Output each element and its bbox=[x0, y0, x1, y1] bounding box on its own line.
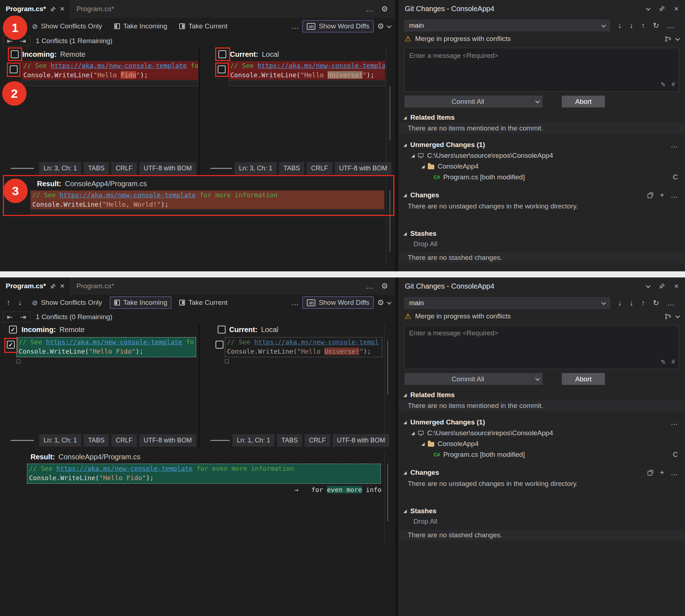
tree-row-file[interactable]: C# Program.cs [both modified] C bbox=[434, 172, 678, 183]
stage-all-icon[interactable]: + bbox=[660, 469, 664, 477]
expand-icon[interactable]: ◢ bbox=[411, 431, 415, 436]
scrollbar-thumb[interactable] bbox=[387, 341, 388, 395]
expand-icon[interactable]: ◢ bbox=[403, 420, 407, 425]
gear-icon[interactable]: ⚙ bbox=[381, 282, 388, 290]
take-current-button[interactable]: Take Current bbox=[175, 296, 232, 309]
previous-conflict-icon[interactable]: ↑ bbox=[4, 298, 13, 307]
chevron-down-icon[interactable] bbox=[387, 23, 392, 28]
commit-all-button[interactable]: Commit All bbox=[404, 373, 543, 385]
close-icon[interactable]: × bbox=[674, 4, 679, 13]
scrollbar-thumb[interactable] bbox=[387, 464, 388, 521]
changes-more-icon[interactable]: … bbox=[671, 469, 678, 477]
work-item-icon[interactable]: # bbox=[672, 358, 675, 366]
pen-icon[interactable]: ✎ bbox=[661, 358, 666, 366]
status-encoding[interactable]: UTF-8 with BOM bbox=[335, 162, 392, 175]
tab-program-cs-active[interactable]: Program.cs* × bbox=[0, 0, 71, 18]
expand-icon[interactable]: ◢ bbox=[403, 115, 407, 120]
tree-row-repo[interactable]: ◢ C:\Users\user\source\repos\ConsoleApp4 bbox=[411, 150, 678, 161]
status-line-endings[interactable]: CRLF bbox=[305, 434, 330, 447]
take-current-button[interactable]: Take Current bbox=[175, 20, 232, 32]
fetch-icon[interactable]: ↓ bbox=[618, 21, 622, 30]
status-line-endings[interactable]: CRLF bbox=[111, 162, 137, 175]
more-actions-icon[interactable]: … bbox=[366, 5, 373, 13]
status-encoding[interactable]: UTF-8 with BOM bbox=[333, 434, 389, 447]
code-link[interactable]: https://aka.ms/new-console-template bbox=[51, 62, 187, 69]
code-link[interactable]: https://aka.ms/new-console-templ bbox=[254, 338, 379, 346]
pin-icon[interactable] bbox=[50, 6, 56, 12]
pull-icon[interactable]: ↓ bbox=[630, 21, 634, 30]
unmerged-changes-section[interactable]: ◢ Unmerged Changes (1) … bbox=[403, 139, 678, 150]
expand-icon[interactable]: ◢ bbox=[421, 164, 425, 169]
tree-row-repo[interactable]: ◢ C:\Users\user\source\repos\ConsoleApp4 bbox=[411, 428, 678, 438]
expand-icon[interactable]: ◢ bbox=[403, 231, 407, 236]
zoom-slider[interactable] bbox=[10, 440, 34, 441]
show-word-diffs-button[interactable]: ab Show Word Diffs bbox=[302, 296, 374, 309]
push-icon[interactable]: ↑ bbox=[641, 299, 645, 307]
branch-selector[interactable]: main bbox=[404, 297, 610, 309]
commit-all-button[interactable]: Commit All bbox=[404, 96, 543, 107]
gear-icon[interactable]: ⚙ bbox=[381, 5, 388, 13]
show-conflicts-only-button[interactable]: ⊘ Show Conflicts Only bbox=[28, 296, 106, 309]
toolbar-more-icon[interactable]: … bbox=[291, 22, 299, 31]
chevron-down-icon[interactable] bbox=[675, 313, 680, 318]
chevron-down-icon[interactable] bbox=[646, 283, 651, 288]
expand-icon[interactable]: ◢ bbox=[411, 153, 415, 158]
pen-icon[interactable]: ✎ bbox=[661, 81, 666, 88]
abort-button[interactable]: Abort bbox=[562, 96, 605, 107]
related-items-section[interactable]: ◢ Related Items bbox=[403, 390, 678, 400]
abort-button[interactable]: Abort bbox=[562, 373, 605, 385]
first-conflict-icon[interactable]: ⇤ bbox=[3, 312, 17, 322]
toolbar-gear-icon[interactable]: ⚙ bbox=[377, 22, 384, 31]
status-tabs[interactable]: TABS bbox=[279, 162, 304, 175]
fetch-icon[interactable]: ↓ bbox=[618, 299, 622, 307]
scrollbar-thumb[interactable] bbox=[389, 86, 390, 140]
push-icon[interactable]: ↑ bbox=[641, 21, 645, 30]
zoom-slider[interactable] bbox=[210, 440, 230, 441]
expand-icon[interactable]: ◢ bbox=[403, 193, 407, 198]
expand-icon[interactable]: ◢ bbox=[421, 441, 425, 446]
status-line-endings[interactable]: CRLF bbox=[307, 162, 332, 175]
tab-program-cs-active[interactable]: Program.cs* × bbox=[0, 277, 71, 295]
next-conflict-icon[interactable]: ↓ bbox=[16, 298, 24, 307]
drop-all-item[interactable]: Drop All bbox=[413, 518, 438, 525]
zoom-slider[interactable] bbox=[210, 168, 232, 169]
tree-row-file[interactable]: C# Program.cs [both modified] C bbox=[434, 449, 678, 460]
status-tabs[interactable]: TABS bbox=[84, 162, 109, 175]
code-link[interactable]: https://aka.ms/new-console-template bbox=[56, 465, 193, 472]
status-line-endings[interactable]: CRLF bbox=[111, 434, 137, 447]
changes-section[interactable]: ◢ Changes + … bbox=[403, 467, 678, 478]
stashes-section[interactable]: ◢ Stashes bbox=[403, 228, 678, 239]
pin-icon[interactable] bbox=[50, 284, 56, 289]
status-tabs[interactable]: TABS bbox=[84, 434, 109, 447]
unmerged-changes-section[interactable]: ◢ Unmerged Changes (1) … bbox=[403, 417, 678, 428]
commit-options-icon[interactable] bbox=[532, 96, 543, 107]
expand-icon[interactable]: ◢ bbox=[403, 142, 407, 147]
unmerged-more-icon[interactable]: … bbox=[671, 418, 678, 427]
tab-program-cs-inactive[interactable]: Program.cs* bbox=[71, 0, 120, 18]
current-conflict-checkbox[interactable] bbox=[216, 341, 223, 349]
changes-section[interactable]: ◢ Changes + … bbox=[403, 190, 678, 201]
expand-icon[interactable]: ◢ bbox=[403, 509, 407, 514]
drop-all-item[interactable]: Drop All bbox=[413, 240, 438, 248]
code-link[interactable]: https://aka.ms/new-console-templa bbox=[258, 62, 385, 69]
tab-program-cs-inactive[interactable]: Program.cs* bbox=[71, 277, 120, 295]
unmerged-more-icon[interactable]: … bbox=[671, 141, 678, 149]
close-icon[interactable]: × bbox=[60, 282, 65, 290]
related-items-section[interactable]: ◢ Related Items bbox=[403, 112, 678, 123]
chevron-down-icon[interactable] bbox=[675, 36, 680, 41]
changes-more-icon[interactable]: … bbox=[671, 191, 678, 199]
toolbar-gear-icon[interactable]: ⚙ bbox=[377, 298, 384, 307]
expand-icon[interactable]: ◢ bbox=[403, 392, 407, 397]
diff-view-icon[interactable] bbox=[647, 192, 653, 198]
tree-row-project[interactable]: ◢ ConsoleApp4 bbox=[421, 161, 678, 172]
status-tabs[interactable]: TABS bbox=[277, 434, 302, 447]
stage-all-icon[interactable]: + bbox=[660, 191, 664, 199]
commit-options-icon[interactable] bbox=[532, 373, 543, 385]
chevron-down-icon[interactable] bbox=[387, 300, 392, 304]
show-word-diffs-button[interactable]: ab Show Word Diffs bbox=[302, 20, 374, 32]
git-more-icon[interactable]: … bbox=[667, 21, 675, 30]
compare-branch-icon[interactable] bbox=[665, 313, 672, 320]
compare-branch-icon[interactable] bbox=[665, 36, 672, 42]
tree-row-project[interactable]: ◢ ConsoleApp4 bbox=[421, 438, 678, 449]
toolbar-more-icon[interactable]: … bbox=[291, 298, 299, 307]
